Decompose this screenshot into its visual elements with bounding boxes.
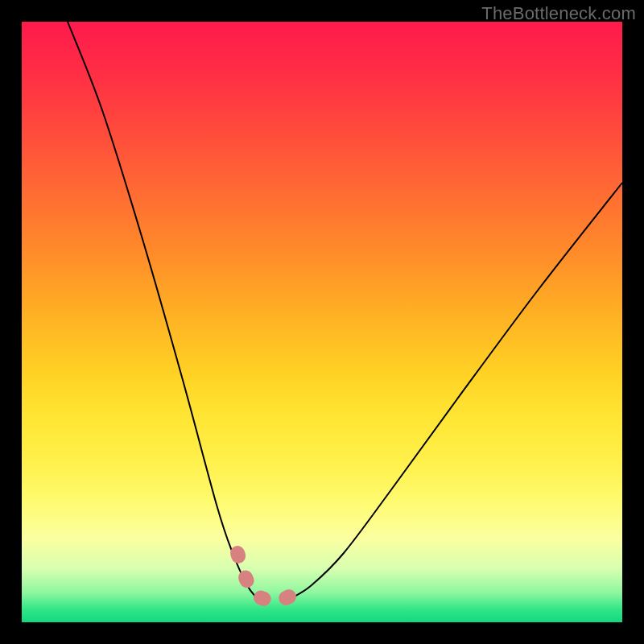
- curve-layer: [22, 22, 622, 622]
- plot-area: [22, 22, 622, 622]
- curve-left-branch: [68, 22, 257, 598]
- trough-highlight: [237, 553, 298, 601]
- outer-frame: TheBottleneck.com: [0, 0, 644, 644]
- curve-right-branch: [291, 183, 622, 598]
